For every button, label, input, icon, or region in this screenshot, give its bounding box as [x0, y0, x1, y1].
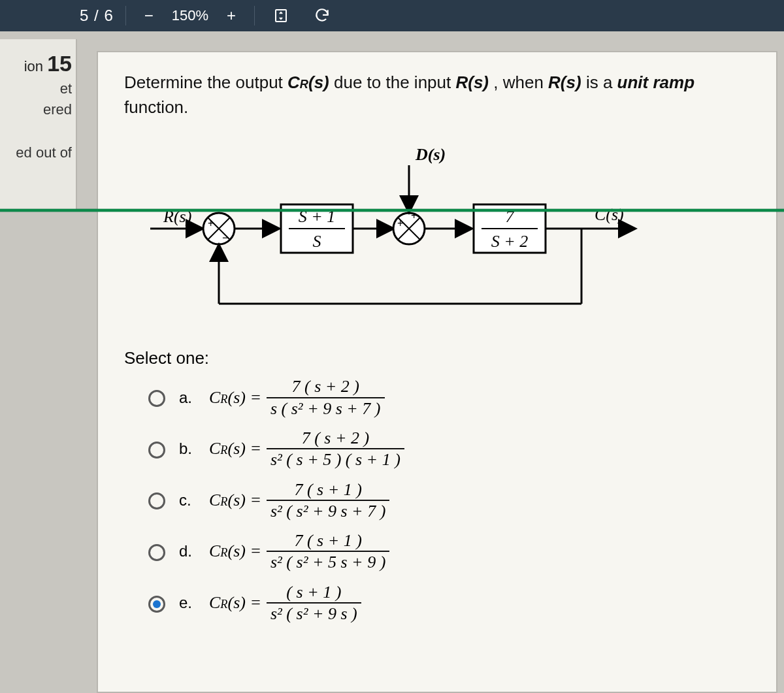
option-formula: CR(s) =7 ( s + 1 )s² ( s² + 9 s + 7 ): [209, 481, 389, 521]
option-letter: c.: [179, 491, 197, 509]
answer-radio[interactable]: [148, 544, 165, 561]
block-diagram: R(s) + − S + 1 S + +: [124, 134, 757, 330]
summing-junction-icon: + +: [393, 210, 425, 244]
zoom-in-button[interactable]: +: [220, 4, 242, 27]
question-prompt: Determine the output CR(s) due to the in…: [124, 71, 757, 120]
highlight-line: [0, 209, 784, 212]
answer-radio[interactable]: [148, 596, 165, 613]
svg-text:+: +: [397, 218, 403, 229]
option-letter: a.: [179, 389, 197, 407]
question-card: Determine the output CR(s) due to the in…: [97, 51, 777, 693]
svg-text:−: −: [222, 231, 229, 244]
pdf-toolbar: 5 / 6 − 150% +: [0, 0, 784, 31]
svg-text:S + 2: S + 2: [491, 232, 529, 251]
option-letter: e.: [179, 594, 197, 612]
page-current: 5: [80, 7, 89, 24]
option-formula: CR(s) =7 ( s + 1 )s² ( s² + 5 s + 9 ): [209, 532, 389, 572]
answer-option[interactable]: a.CR(s) =7 ( s + 2 )s ( s² + 9 s + 7 ): [145, 378, 757, 417]
output-label: C(s): [595, 205, 624, 224]
options-group: a.CR(s) =7 ( s + 2 )s ( s² + 9 s + 7 )b.…: [124, 378, 757, 622]
svg-text:+: +: [208, 218, 214, 229]
sidebar-line: ered: [0, 101, 72, 118]
page-indicator: 5 / 6: [80, 7, 114, 25]
answer-option[interactable]: d.CR(s) =7 ( s + 1 )s² ( s² + 5 s + 9 ): [145, 532, 757, 572]
zoom-value: 150%: [172, 7, 208, 24]
rotate-icon: [314, 7, 331, 24]
answer-option[interactable]: b.CR(s) =7 ( s + 2 )s² ( s + 5 ) ( s + 1…: [145, 429, 757, 469]
summing-junction-icon: + −: [203, 213, 235, 244]
answer-option[interactable]: c.CR(s) =7 ( s + 1 )s² ( s² + 9 s + 7 ): [145, 481, 757, 521]
option-formula: CR(s) =7 ( s + 2 )s ( s² + 9 s + 7 ): [209, 378, 385, 417]
option-letter: d.: [179, 542, 197, 560]
answer-radio[interactable]: [148, 442, 165, 459]
answer-radio[interactable]: [148, 492, 165, 509]
option-formula: CR(s) =( s + 1 )s² ( s² + 9 s ): [209, 583, 361, 623]
toolbar-divider: [125, 6, 126, 25]
disturbance-label: D(s): [415, 145, 446, 164]
page-total: 6: [104, 7, 113, 24]
svg-text:S: S: [313, 232, 321, 251]
select-one-label: Select one:: [124, 348, 757, 368]
question-info-sidebar: ion 15 et ered ed out of: [0, 39, 77, 209]
sidebar-line: ed out of: [0, 144, 72, 161]
answer-radio[interactable]: [148, 390, 165, 407]
fit-page-icon: [273, 8, 289, 24]
answer-option[interactable]: e.CR(s) =( s + 1 )s² ( s² + 9 s ): [145, 583, 757, 623]
question-number: ion 15: [0, 51, 72, 76]
option-formula: CR(s) =7 ( s + 2 )s² ( s + 5 ) ( s + 1 ): [209, 429, 404, 469]
toolbar-divider-2: [254, 6, 255, 25]
option-letter: b.: [179, 440, 197, 458]
rotate-button[interactable]: [307, 5, 337, 27]
sidebar-line: et: [0, 80, 72, 97]
zoom-out-button[interactable]: −: [138, 4, 160, 27]
fit-page-button[interactable]: [267, 5, 295, 26]
